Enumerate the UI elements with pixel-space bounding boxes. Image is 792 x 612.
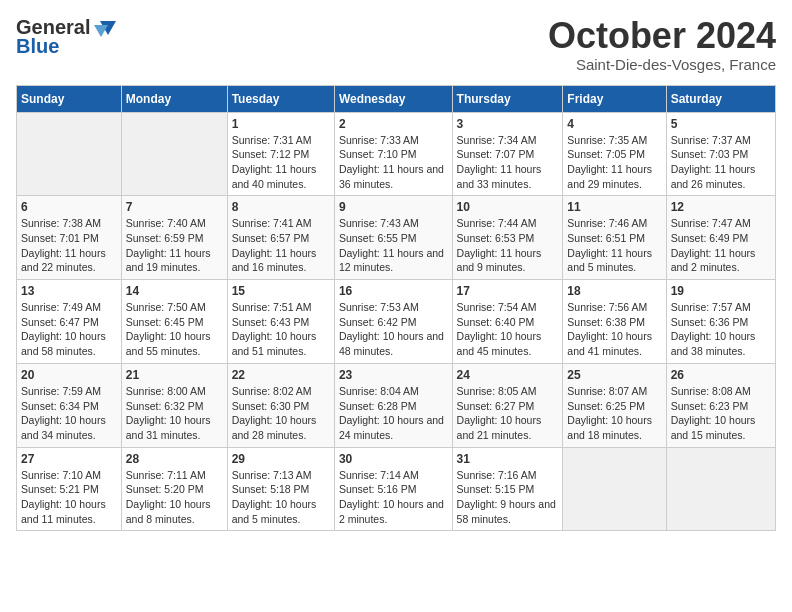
day-number: 1 xyxy=(232,117,330,131)
calendar-cell: 28Sunrise: 7:11 AMSunset: 5:20 PMDayligh… xyxy=(121,447,227,531)
day-number: 24 xyxy=(457,368,559,382)
calendar-cell: 5Sunrise: 7:37 AMSunset: 7:03 PMDaylight… xyxy=(666,112,775,196)
day-number: 10 xyxy=(457,200,559,214)
day-number: 4 xyxy=(567,117,661,131)
day-number: 2 xyxy=(339,117,448,131)
day-info: Sunrise: 7:41 AMSunset: 6:57 PMDaylight:… xyxy=(232,216,330,275)
day-info: Sunrise: 7:50 AMSunset: 6:45 PMDaylight:… xyxy=(126,300,223,359)
calendar-week-row: 6Sunrise: 7:38 AMSunset: 7:01 PMDaylight… xyxy=(17,196,776,280)
page-header: General Blue October 2024 Saint-Die-des-… xyxy=(16,16,776,73)
calendar-cell: 7Sunrise: 7:40 AMSunset: 6:59 PMDaylight… xyxy=(121,196,227,280)
calendar-week-row: 20Sunrise: 7:59 AMSunset: 6:34 PMDayligh… xyxy=(17,363,776,447)
day-number: 12 xyxy=(671,200,771,214)
day-number: 14 xyxy=(126,284,223,298)
day-number: 11 xyxy=(567,200,661,214)
day-info: Sunrise: 7:44 AMSunset: 6:53 PMDaylight:… xyxy=(457,216,559,275)
day-info: Sunrise: 7:54 AMSunset: 6:40 PMDaylight:… xyxy=(457,300,559,359)
day-info: Sunrise: 7:40 AMSunset: 6:59 PMDaylight:… xyxy=(126,216,223,275)
calendar-cell: 26Sunrise: 8:08 AMSunset: 6:23 PMDayligh… xyxy=(666,363,775,447)
calendar-cell: 6Sunrise: 7:38 AMSunset: 7:01 PMDaylight… xyxy=(17,196,122,280)
calendar-header-row: SundayMondayTuesdayWednesdayThursdayFrid… xyxy=(17,85,776,112)
day-number: 3 xyxy=(457,117,559,131)
day-number: 29 xyxy=(232,452,330,466)
day-info: Sunrise: 7:10 AMSunset: 5:21 PMDaylight:… xyxy=(21,468,117,527)
logo-blue: Blue xyxy=(16,35,59,58)
calendar-cell: 31Sunrise: 7:16 AMSunset: 5:15 PMDayligh… xyxy=(452,447,563,531)
column-header-thursday: Thursday xyxy=(452,85,563,112)
day-info: Sunrise: 7:16 AMSunset: 5:15 PMDaylight:… xyxy=(457,468,559,527)
calendar-cell: 4Sunrise: 7:35 AMSunset: 7:05 PMDaylight… xyxy=(563,112,666,196)
column-header-tuesday: Tuesday xyxy=(227,85,334,112)
calendar-cell: 19Sunrise: 7:57 AMSunset: 6:36 PMDayligh… xyxy=(666,280,775,364)
calendar-table: SundayMondayTuesdayWednesdayThursdayFrid… xyxy=(16,85,776,532)
day-number: 17 xyxy=(457,284,559,298)
day-info: Sunrise: 7:57 AMSunset: 6:36 PMDaylight:… xyxy=(671,300,771,359)
calendar-cell: 21Sunrise: 8:00 AMSunset: 6:32 PMDayligh… xyxy=(121,363,227,447)
day-info: Sunrise: 7:43 AMSunset: 6:55 PMDaylight:… xyxy=(339,216,448,275)
day-info: Sunrise: 7:31 AMSunset: 7:12 PMDaylight:… xyxy=(232,133,330,192)
day-info: Sunrise: 8:04 AMSunset: 6:28 PMDaylight:… xyxy=(339,384,448,443)
day-info: Sunrise: 7:53 AMSunset: 6:42 PMDaylight:… xyxy=(339,300,448,359)
day-info: Sunrise: 8:07 AMSunset: 6:25 PMDaylight:… xyxy=(567,384,661,443)
calendar-cell: 12Sunrise: 7:47 AMSunset: 6:49 PMDayligh… xyxy=(666,196,775,280)
day-number: 31 xyxy=(457,452,559,466)
day-number: 7 xyxy=(126,200,223,214)
calendar-cell: 17Sunrise: 7:54 AMSunset: 6:40 PMDayligh… xyxy=(452,280,563,364)
calendar-cell: 23Sunrise: 8:04 AMSunset: 6:28 PMDayligh… xyxy=(334,363,452,447)
calendar-cell: 10Sunrise: 7:44 AMSunset: 6:53 PMDayligh… xyxy=(452,196,563,280)
day-info: Sunrise: 8:05 AMSunset: 6:27 PMDaylight:… xyxy=(457,384,559,443)
day-info: Sunrise: 7:35 AMSunset: 7:05 PMDaylight:… xyxy=(567,133,661,192)
calendar-week-row: 13Sunrise: 7:49 AMSunset: 6:47 PMDayligh… xyxy=(17,280,776,364)
column-header-friday: Friday xyxy=(563,85,666,112)
calendar-cell: 9Sunrise: 7:43 AMSunset: 6:55 PMDaylight… xyxy=(334,196,452,280)
day-number: 9 xyxy=(339,200,448,214)
day-number: 18 xyxy=(567,284,661,298)
day-number: 8 xyxy=(232,200,330,214)
calendar-cell: 8Sunrise: 7:41 AMSunset: 6:57 PMDaylight… xyxy=(227,196,334,280)
calendar-week-row: 27Sunrise: 7:10 AMSunset: 5:21 PMDayligh… xyxy=(17,447,776,531)
calendar-week-row: 1Sunrise: 7:31 AMSunset: 7:12 PMDaylight… xyxy=(17,112,776,196)
column-header-saturday: Saturday xyxy=(666,85,775,112)
calendar-cell: 14Sunrise: 7:50 AMSunset: 6:45 PMDayligh… xyxy=(121,280,227,364)
day-info: Sunrise: 7:11 AMSunset: 5:20 PMDaylight:… xyxy=(126,468,223,527)
calendar-cell: 18Sunrise: 7:56 AMSunset: 6:38 PMDayligh… xyxy=(563,280,666,364)
calendar-cell: 15Sunrise: 7:51 AMSunset: 6:43 PMDayligh… xyxy=(227,280,334,364)
calendar-cell: 27Sunrise: 7:10 AMSunset: 5:21 PMDayligh… xyxy=(17,447,122,531)
day-number: 15 xyxy=(232,284,330,298)
day-info: Sunrise: 7:46 AMSunset: 6:51 PMDaylight:… xyxy=(567,216,661,275)
calendar-cell xyxy=(563,447,666,531)
day-info: Sunrise: 7:37 AMSunset: 7:03 PMDaylight:… xyxy=(671,133,771,192)
day-number: 23 xyxy=(339,368,448,382)
calendar-cell: 13Sunrise: 7:49 AMSunset: 6:47 PMDayligh… xyxy=(17,280,122,364)
calendar-cell: 20Sunrise: 7:59 AMSunset: 6:34 PMDayligh… xyxy=(17,363,122,447)
day-info: Sunrise: 7:56 AMSunset: 6:38 PMDaylight:… xyxy=(567,300,661,359)
calendar-cell: 22Sunrise: 8:02 AMSunset: 6:30 PMDayligh… xyxy=(227,363,334,447)
day-number: 6 xyxy=(21,200,117,214)
calendar-cell: 29Sunrise: 7:13 AMSunset: 5:18 PMDayligh… xyxy=(227,447,334,531)
calendar-cell: 2Sunrise: 7:33 AMSunset: 7:10 PMDaylight… xyxy=(334,112,452,196)
day-info: Sunrise: 7:51 AMSunset: 6:43 PMDaylight:… xyxy=(232,300,330,359)
day-info: Sunrise: 7:33 AMSunset: 7:10 PMDaylight:… xyxy=(339,133,448,192)
day-number: 28 xyxy=(126,452,223,466)
column-header-sunday: Sunday xyxy=(17,85,122,112)
column-header-wednesday: Wednesday xyxy=(334,85,452,112)
calendar-cell: 30Sunrise: 7:14 AMSunset: 5:16 PMDayligh… xyxy=(334,447,452,531)
day-number: 21 xyxy=(126,368,223,382)
title-area: October 2024 Saint-Die-des-Vosges, Franc… xyxy=(548,16,776,73)
day-info: Sunrise: 7:13 AMSunset: 5:18 PMDaylight:… xyxy=(232,468,330,527)
logo: General Blue xyxy=(16,16,116,58)
location-subtitle: Saint-Die-des-Vosges, France xyxy=(548,56,776,73)
calendar-cell: 16Sunrise: 7:53 AMSunset: 6:42 PMDayligh… xyxy=(334,280,452,364)
day-number: 13 xyxy=(21,284,117,298)
day-info: Sunrise: 8:02 AMSunset: 6:30 PMDaylight:… xyxy=(232,384,330,443)
month-title: October 2024 xyxy=(548,16,776,56)
day-number: 26 xyxy=(671,368,771,382)
calendar-cell: 25Sunrise: 8:07 AMSunset: 6:25 PMDayligh… xyxy=(563,363,666,447)
day-info: Sunrise: 8:00 AMSunset: 6:32 PMDaylight:… xyxy=(126,384,223,443)
day-info: Sunrise: 7:38 AMSunset: 7:01 PMDaylight:… xyxy=(21,216,117,275)
calendar-cell: 1Sunrise: 7:31 AMSunset: 7:12 PMDaylight… xyxy=(227,112,334,196)
calendar-cell: 11Sunrise: 7:46 AMSunset: 6:51 PMDayligh… xyxy=(563,196,666,280)
day-info: Sunrise: 7:14 AMSunset: 5:16 PMDaylight:… xyxy=(339,468,448,527)
day-info: Sunrise: 7:34 AMSunset: 7:07 PMDaylight:… xyxy=(457,133,559,192)
calendar-cell xyxy=(17,112,122,196)
